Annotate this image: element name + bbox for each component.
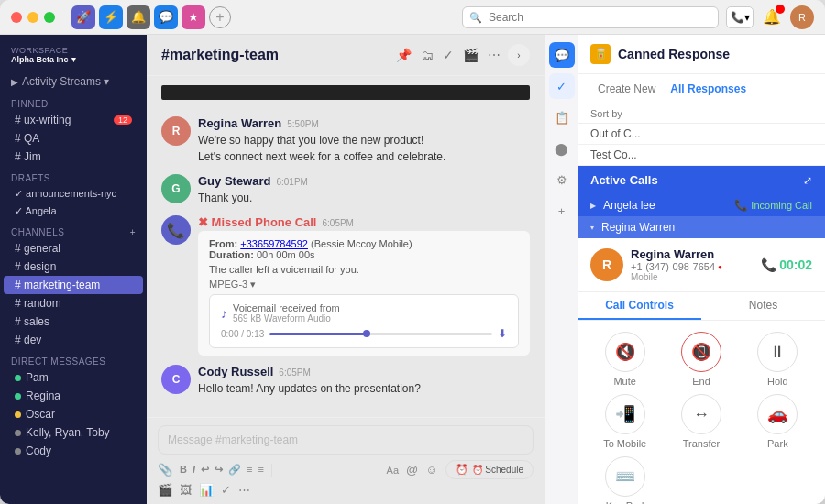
- sidebar-item-qa[interactable]: # QA: [4, 129, 143, 148]
- sidebar-item-dm-oscar[interactable]: Oscar: [4, 405, 143, 423]
- fr-icon-settings[interactable]: ⚙: [549, 167, 575, 192]
- fr-icon-list[interactable]: 📋: [549, 104, 575, 130]
- notification-icon[interactable]: 🔔: [763, 8, 781, 26]
- search-bar: 🔍: [462, 6, 719, 28]
- fr-icon-chat[interactable]: 💬: [549, 42, 575, 68]
- user-avatar[interactable]: R: [790, 5, 814, 29]
- end-button[interactable]: 📵 End: [666, 332, 735, 387]
- hold-button[interactable]: ⏸ Hold: [743, 332, 812, 387]
- image-toolbar-icon[interactable]: 🖼: [180, 483, 192, 497]
- keypad-button[interactable]: ⌨️ Key Pad: [590, 456, 659, 504]
- workspace-name[interactable]: Alpha Beta Inc ▾: [11, 55, 136, 64]
- create-new-tab[interactable]: Create New: [590, 80, 663, 98]
- all-responses-tab[interactable]: All Responses: [663, 80, 754, 98]
- expand-calls-icon[interactable]: ⤢: [803, 174, 812, 187]
- pin-icon[interactable]: 📌: [396, 48, 412, 62]
- checkmark-icon[interactable]: ✓: [443, 48, 454, 62]
- close-button[interactable]: [11, 12, 22, 23]
- tab-notes[interactable]: Notes: [701, 292, 825, 320]
- sidebar-item-announcements[interactable]: ✓ announcements-nyc: [4, 185, 143, 203]
- sidebar-item-design[interactable]: # design: [4, 257, 143, 276]
- sidebar-item-marketing-team[interactable]: # marketing-team: [4, 276, 143, 294]
- tab-pink[interactable]: ★: [182, 5, 205, 29]
- text-format-icon[interactable]: Aa: [387, 465, 399, 476]
- transfer-button[interactable]: ↔️ Transfer: [666, 394, 735, 449]
- schedule-button[interactable]: ⏰ ⏰ Schedule: [446, 460, 534, 479]
- more-icon[interactable]: ⋯: [488, 48, 500, 62]
- list-icon[interactable]: ≡: [247, 464, 252, 476]
- canned-item-2[interactable]: Test Co...: [578, 145, 825, 166]
- video-icon[interactable]: 🎬: [463, 48, 478, 62]
- message-sender: Regina Warren: [198, 116, 281, 130]
- mpeg-label: MPEG-3 ▾: [209, 279, 519, 290]
- sidebar-item-random[interactable]: # random: [4, 294, 143, 312]
- search-input[interactable]: [462, 6, 719, 28]
- traffic-lights: [11, 12, 55, 23]
- sidebar-item-dm-pam[interactable]: Pam: [4, 368, 143, 387]
- undo-icon[interactable]: ↩: [201, 464, 209, 476]
- sidebar-item-ux-writing[interactable]: # ux-writing 12: [4, 111, 143, 129]
- toolbar-separator: [271, 464, 272, 477]
- fr-icon-check[interactable]: ✓: [549, 73, 575, 99]
- italic-icon[interactable]: I: [192, 464, 195, 476]
- pinned-bar: [161, 85, 530, 100]
- sidebar-item-jim[interactable]: # Jim: [4, 148, 143, 166]
- redo-icon[interactable]: ↪: [214, 464, 223, 476]
- ordered-list-icon[interactable]: ≡: [258, 464, 263, 476]
- call-timer: 📞 00:02: [761, 257, 812, 272]
- tab-rocket[interactable]: 🚀: [72, 5, 95, 29]
- message-meta: Cody Russell 6:05PM: [198, 365, 530, 378]
- attachment-icon[interactable]: 📎: [158, 463, 172, 477]
- sidebar: WORKSPACE Alpha Beta Inc ▾ ▶ Activity St…: [0, 35, 147, 504]
- tab-call-controls[interactable]: Call Controls: [578, 292, 701, 320]
- sidebar-item-dm-cody[interactable]: Cody: [4, 442, 143, 460]
- folder-icon[interactable]: 🗂: [421, 48, 434, 62]
- sidebar-item-dm-regina[interactable]: Regina: [4, 387, 143, 405]
- fr-icon-add[interactable]: +: [549, 198, 575, 224]
- phone-button[interactable]: 📞▾: [726, 6, 754, 28]
- sidebar-item-dm-kelly[interactable]: Kelly, Ryan, Toby: [4, 423, 143, 442]
- message-text: Thank you.: [198, 190, 530, 206]
- phone-link[interactable]: +33659784592: [240, 238, 308, 249]
- channels-add-button[interactable]: +: [130, 227, 136, 237]
- sidebar-item-dev[interactable]: # dev: [4, 331, 143, 349]
- activity-streams[interactable]: ▶ Activity Streams ▾: [0, 71, 147, 92]
- call-item-regina[interactable]: ▾ Regina Warren: [578, 216, 825, 238]
- fr-icon-circle[interactable]: ⬤: [549, 136, 575, 161]
- message-input[interactable]: Message #marketing-team: [158, 425, 534, 455]
- chart-toolbar-icon[interactable]: 📊: [199, 483, 214, 497]
- check-toolbar-icon[interactable]: ✓: [221, 483, 231, 497]
- away-indicator: [15, 411, 21, 418]
- video-toolbar-icon[interactable]: 🎬: [158, 483, 172, 497]
- audio-track[interactable]: [270, 333, 492, 335]
- call-item-angela[interactable]: ▶ Angela lee 📞 Incoming Call: [578, 194, 825, 216]
- tab-dev[interactable]: ⚡: [99, 5, 123, 29]
- pinned-section: Pinned: [0, 92, 147, 111]
- mention-icon[interactable]: @: [406, 463, 418, 477]
- to-mobile-button[interactable]: 📲 To Mobile: [590, 394, 659, 449]
- emoji-icon[interactable]: ☺: [425, 463, 437, 477]
- chat-toolbar: 📎 B I ↩ ↪ 🔗 ≡ ≡ Aa @: [158, 460, 534, 479]
- park-button[interactable]: 🚗 Park: [743, 394, 812, 449]
- end-label: End: [692, 376, 710, 387]
- minimize-button[interactable]: [28, 12, 38, 23]
- bold-icon[interactable]: B: [180, 464, 187, 476]
- tab-chat[interactable]: 💬: [154, 5, 178, 29]
- format-icons: B I ↩ ↪ 🔗 ≡ ≡: [180, 464, 264, 476]
- sidebar-item-angela-draft[interactable]: ✓ Angela: [4, 203, 143, 220]
- message-sender: Cody Russell: [198, 365, 273, 378]
- caller-info: Regina Warren +1-(347)-098-7654 ● Mobile: [631, 247, 754, 282]
- active-calls-title: Active Calls: [590, 173, 658, 187]
- tab-add-button[interactable]: +: [209, 6, 231, 28]
- expand-button[interactable]: ›: [508, 44, 530, 66]
- incoming-call-label: 📞 Incoming Call: [734, 199, 812, 212]
- canned-item-1[interactable]: Out of C...: [578, 124, 825, 145]
- download-icon[interactable]: ⬇: [498, 327, 507, 340]
- sidebar-item-sales[interactable]: # sales: [4, 312, 143, 331]
- sidebar-item-general[interactable]: # general: [4, 239, 143, 257]
- mute-button[interactable]: 🔇 Mute: [590, 332, 659, 387]
- tab-bell[interactable]: 🔔: [126, 5, 150, 29]
- more-toolbar-icon[interactable]: ⋯: [238, 483, 250, 497]
- maximize-button[interactable]: [44, 12, 55, 23]
- link-icon[interactable]: 🔗: [228, 464, 241, 476]
